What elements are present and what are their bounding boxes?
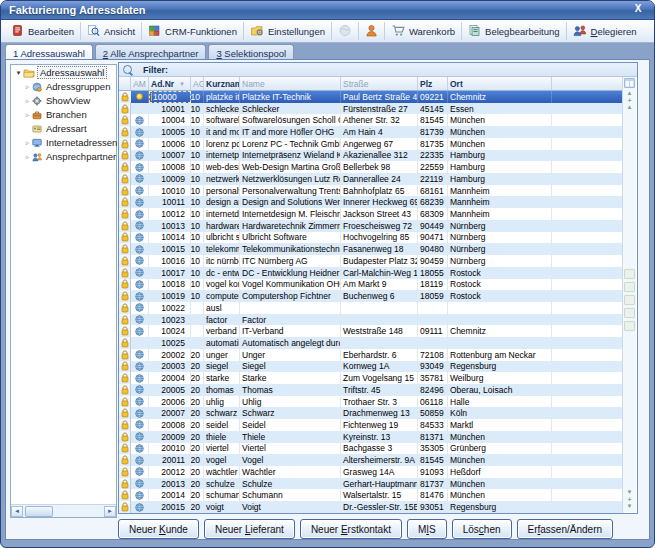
cell-ort: Chemnitz xyxy=(448,91,552,103)
table-row[interactable]: 2000420starkeStarkeZum Vogelsang 1535781… xyxy=(119,372,624,384)
table-row[interactable]: 10023factorFactor xyxy=(119,314,624,326)
tree-horizontal-scrollbar[interactable]: ◄ ► xyxy=(11,504,116,517)
table-row[interactable]: 10025automatikAutomatisch angelegt durch… xyxy=(119,337,624,349)
table-row[interactable]: 2000720schwarzSchwarzDrachmenweg 1350859… xyxy=(119,407,624,419)
column-header-strasse[interactable]: Straße xyxy=(341,77,418,90)
tree-item-adressgruppen[interactable]: ▹ Adressgruppen xyxy=(11,80,116,93)
column-header-kurzname[interactable]: Kurzname xyxy=(204,77,240,90)
mis-button[interactable]: MIS xyxy=(407,519,447,539)
column-header-ag[interactable]: AG xyxy=(191,77,204,90)
table-row[interactable]: 2001320schulzeSchulzeGerhart-Hauptmann-R… xyxy=(119,478,624,490)
tree-expanded-icon[interactable]: ▾ xyxy=(14,69,23,77)
table-row[interactable]: 1000910netzwerklöNetzwerklösungen Lutz R… xyxy=(119,173,624,185)
table-row[interactable]: 1001910computershComputershop FichtnerBu… xyxy=(119,290,624,302)
side-toolbar-icon[interactable] xyxy=(624,308,635,318)
crm-funktionen-button[interactable]: CRM-Funktionen xyxy=(142,22,244,40)
warenkorb-button[interactable]: Warenkorb xyxy=(385,22,462,40)
tree-collapse-icon[interactable]: ▹ xyxy=(23,153,32,161)
table-row[interactable]: 10024verbandIT-VerbandWeststraße 1480911… xyxy=(119,325,624,337)
grid-filter-row[interactable]: Filter: xyxy=(119,63,637,77)
table-row[interactable]: 2000920thieleThieleKyreinstr. 1381371Mün… xyxy=(119,431,624,443)
scrollbar-thumb[interactable] xyxy=(25,506,53,517)
scroll-top-icon[interactable]: ▲ xyxy=(627,90,633,97)
table-row[interactable]: 1001610itc nürnbeITC Nürnberg AGBudapest… xyxy=(119,255,624,267)
column-header-ort[interactable]: Ort xyxy=(448,77,552,90)
table-row[interactable]: 10022ausl xyxy=(119,302,624,314)
column-header-am[interactable]: AM xyxy=(131,77,149,90)
tree-item-adressart[interactable]: Adressart xyxy=(11,122,116,135)
ansicht-button[interactable]: Ansicht xyxy=(81,22,142,40)
delegieren-button[interactable]: Delegieren xyxy=(567,22,643,40)
table-row[interactable]: 2000320siegelSiegelKornweg 1A93049Regens… xyxy=(119,361,624,373)
tree-collapse-icon[interactable]: ▹ xyxy=(23,139,32,147)
side-toolbar-icon[interactable] xyxy=(624,269,635,279)
scroll-grip-icon[interactable]: + xyxy=(627,97,631,104)
table-row[interactable]: 1000410softwarelöSoftwarelösungen Scholl… xyxy=(119,114,624,126)
tree-collapse-icon[interactable]: ▹ xyxy=(23,83,32,91)
bearbeiten-button[interactable]: Bearbeiten xyxy=(5,22,81,40)
table-row[interactable]: 2001120vogelVogelAltersheimerstr. 9A8154… xyxy=(119,454,624,466)
close-icon[interactable]: X xyxy=(631,3,645,16)
tree-root-label[interactable]: Adressauswahl xyxy=(37,66,107,79)
tree-collapse-icon[interactable]: ▹ xyxy=(23,111,32,119)
table-row[interactable]: 1000010platzke itPlatzke IT-TechnikPaul … xyxy=(119,91,624,103)
benutzer-button[interactable] xyxy=(359,22,385,40)
table-row[interactable]: 2000620uhligUhligTrothaer Str. 306118Hal… xyxy=(119,396,624,408)
table-row[interactable]: 1000610lorenz pcLorenz PC - Technik GmbH… xyxy=(119,138,624,150)
grid-side-strip[interactable]: ▲ + ▲ ▼ + ▼ xyxy=(622,77,636,512)
cell-fill xyxy=(552,407,624,419)
tree-item-internetadressen[interactable]: ▹ Internetadressen xyxy=(11,136,116,149)
scroll-bottom-icon[interactable]: ▼ xyxy=(627,503,633,510)
tree-collapse-icon[interactable]: ▹ xyxy=(23,97,32,105)
sync-button[interactable] xyxy=(332,22,359,40)
cell-lock xyxy=(119,501,131,513)
side-toolbar-icon[interactable] xyxy=(624,282,635,292)
neuer-erstkontakt-button[interactable]: Neuer Erstkontakt xyxy=(300,519,402,539)
side-toolbar-icon[interactable] xyxy=(624,321,635,331)
scroll-grip-icon[interactable]: + xyxy=(627,496,631,503)
cell-am xyxy=(131,489,149,501)
column-header-adnr[interactable]: Ad.Nr▼ xyxy=(149,77,191,90)
table-row[interactable]: 1000110schleckerSchleckerFürstenstraße 2… xyxy=(119,103,624,115)
table-row[interactable]: 2001220wächtlerWächtlerGrasweg 14A91093H… xyxy=(119,466,624,478)
table-row[interactable]: 2001520voigtVoigtDr.-Gessler-Str. 15B930… xyxy=(119,501,624,513)
table-row[interactable]: 1001710dc - entwiDC - Entwicklung Heidne… xyxy=(119,267,624,279)
column-header-lock[interactable] xyxy=(119,77,131,90)
tree-item-branchen[interactable]: ▹ Branchen xyxy=(11,108,116,121)
table-row[interactable]: 2000820seidelSeidelFichtenweg 1984533Mar… xyxy=(119,419,624,431)
table-row[interactable]: 1001110design andDesign and Solutions We… xyxy=(119,196,624,208)
erfassen-aendern-button[interactable]: Erfassen/Ändern xyxy=(517,519,614,539)
tree-root-adressauswahl[interactable]: ▾ Adressauswahl xyxy=(11,66,116,79)
table-row[interactable]: 1001510telekommunTelekommunikationstechn… xyxy=(119,243,624,255)
table-row[interactable]: 1001210internetdeInternetdesign M. Fleis… xyxy=(119,208,624,220)
scroll-left-icon[interactable]: ◄ xyxy=(11,506,23,517)
table-row[interactable]: 1000710internetprInternetpräsenz Wieland… xyxy=(119,150,624,162)
tree-item-ansprechpartner[interactable]: ▹ Ansprechpartner xyxy=(11,150,116,163)
belegbearbeitung-button[interactable]: Belegbearbeitung xyxy=(462,22,566,40)
tree-item-showview[interactable]: ▹ ShowView xyxy=(11,94,116,107)
table-row[interactable]: 2001020viertelViertelBachgasse 335305Grü… xyxy=(119,443,624,455)
loeschen-button[interactable]: Löschen xyxy=(452,519,512,539)
scroll-up-icon[interactable]: ▲ xyxy=(627,104,633,111)
cell-kurzname: starke xyxy=(204,372,240,384)
column-chooser-icon[interactable] xyxy=(624,78,635,88)
side-toolbar-icon[interactable] xyxy=(624,295,635,305)
table-row[interactable]: 2000220ungerUngerEberhardstr. 672108Rott… xyxy=(119,349,624,361)
column-header-name[interactable]: Name xyxy=(240,77,341,90)
scroll-right-icon[interactable]: ► xyxy=(104,506,116,517)
scroll-down-icon[interactable]: ▼ xyxy=(627,489,633,496)
table-row[interactable]: 1001010personalvePersonalverwaltung Tren… xyxy=(119,185,624,197)
column-header-plz[interactable]: Plz xyxy=(418,77,448,90)
neuer-lieferant-button[interactable]: Neuer Lieferant xyxy=(204,519,295,539)
table-row[interactable]: 1000810web-designWeb-Design Martina Groß… xyxy=(119,161,624,173)
neuer-kunde-button[interactable]: Neuer Kunde xyxy=(118,519,199,539)
table-row[interactable]: 1001410ulbricht sUlbricht SoftwareHochvo… xyxy=(119,232,624,244)
einstellungen-button[interactable]: Einstellungen xyxy=(244,22,332,40)
table-row[interactable]: 1001810vogel kommVogel Kommunikation OHG… xyxy=(119,279,624,291)
cell-kurzname: internetpr xyxy=(204,150,240,162)
table-row[interactable]: 2001420schumannSchumannWalsertalstr. 158… xyxy=(119,489,624,501)
table-row[interactable]: 1000510it and morIT and more Höfler OHGA… xyxy=(119,126,624,138)
table-row[interactable]: 2000520thomasThomasTriftstr. 4582496Ober… xyxy=(119,384,624,396)
table-row[interactable]: 1001310hardwareteHardwaretechnik Zimmerm… xyxy=(119,220,624,232)
cell-kurzname: telekommun xyxy=(204,243,240,255)
